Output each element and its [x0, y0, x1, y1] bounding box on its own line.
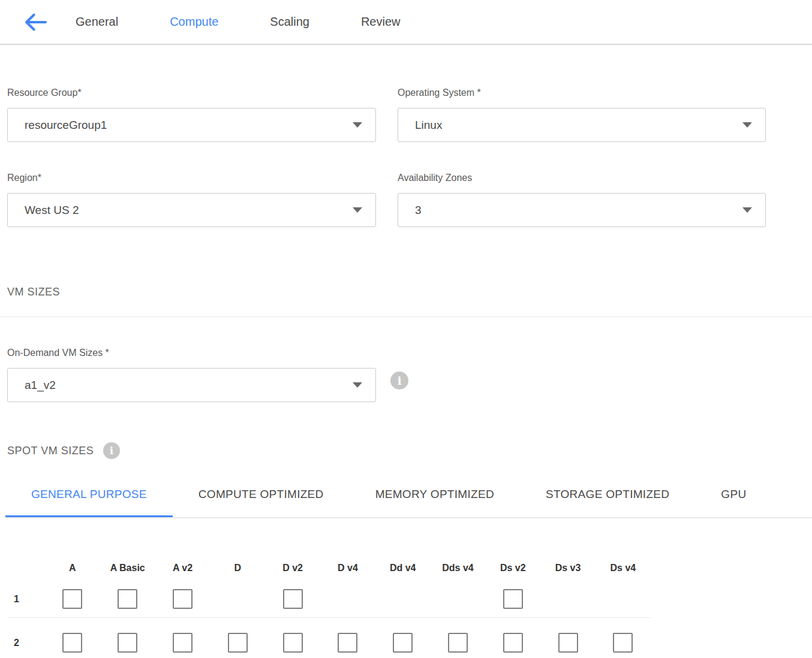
- vm-column-header-a-v2: A v2: [155, 562, 210, 574]
- vm-size-checkbox-dds-v4-row2[interactable]: [448, 633, 468, 653]
- spot-tab-general-purpose[interactable]: GENERAL PURPOSE: [5, 487, 173, 518]
- vm-sizes-heading: VM SIZES: [7, 285, 812, 298]
- vm-table-cell: [431, 633, 486, 653]
- vm-table-row-2: 2: [7, 618, 812, 658]
- on-demand-vm-sizes-select[interactable]: a1_v2: [7, 368, 376, 402]
- vm-size-checkbox-d-v4-row2[interactable]: [338, 633, 357, 653]
- spot-tab-storage-optimized[interactable]: STORAGE OPTIMIZED: [520, 487, 695, 518]
- vm-column-header-dd-v4: Dd v4: [375, 562, 431, 574]
- row-label: 2: [7, 638, 45, 648]
- select-value: 3: [415, 204, 422, 217]
- field-resource-group: Resource Group*resourceGroup1: [7, 87, 376, 142]
- select-value: a1_v2: [25, 379, 56, 392]
- vm-column-header-d-v4: D v4: [320, 562, 375, 574]
- vm-size-checkbox-d-row2[interactable]: [228, 633, 248, 653]
- compute-form: Resource Group*resourceGroup1Operating S…: [0, 87, 812, 658]
- on-demand-row: a1_v2 i: [7, 359, 812, 402]
- info-icon[interactable]: i: [390, 372, 408, 390]
- top-nav: GeneralComputeScalingReview: [0, 0, 812, 45]
- chevron-down-icon: [353, 122, 362, 128]
- back-button[interactable]: [23, 12, 48, 32]
- vm-size-checkbox-a-v2-row2[interactable]: [173, 633, 193, 653]
- spot-heading-label: SPOT VM SIZES: [7, 444, 94, 457]
- spot-vm-sizes-heading: SPOT VM SIZES i: [7, 442, 812, 459]
- field-label: Availability Zones: [398, 172, 766, 184]
- spot-tab-memory-optimized[interactable]: MEMORY OPTIMIZED: [350, 487, 520, 518]
- vm-table-cell: [100, 589, 155, 609]
- vm-table-cell: [100, 633, 155, 653]
- tab-compute[interactable]: Compute: [170, 15, 218, 29]
- vm-table-cell: [45, 633, 100, 653]
- chevron-down-icon: [353, 382, 362, 388]
- vm-table-cell: [485, 589, 540, 609]
- vm-column-header-ds-v3: Ds v3: [540, 562, 596, 574]
- vm-column-header-d: D: [210, 562, 265, 574]
- vm-table-cell: [265, 633, 320, 653]
- vm-column-header-ds-v2: Ds v2: [485, 562, 540, 574]
- info-glyph: i: [110, 444, 114, 457]
- field-label: Operating System *: [398, 87, 766, 99]
- field-operating-system: Operating System *Linux: [398, 87, 766, 142]
- vm-column-header-dds-v4: Dds v4: [431, 562, 486, 574]
- spot-tab-gpu[interactable]: GPU: [695, 487, 772, 518]
- vm-column-header-a-basic: A Basic: [100, 562, 155, 574]
- vm-table-cell: [155, 633, 210, 653]
- region-select[interactable]: West US 2: [7, 193, 376, 227]
- vm-table-cell: [540, 633, 596, 653]
- vm-size-checkbox-ds-v3-row2[interactable]: [558, 633, 578, 653]
- section-divider: [0, 316, 812, 317]
- vm-size-checkbox-ds-v2-row2[interactable]: [503, 633, 523, 653]
- info-glyph: i: [397, 374, 401, 387]
- availability-zones-select[interactable]: 3: [398, 193, 766, 227]
- vm-table-cell: [596, 633, 651, 653]
- chevron-down-icon: [353, 207, 362, 213]
- field-label: Region*: [7, 172, 376, 184]
- chevron-down-icon: [742, 122, 752, 128]
- select-value: West US 2: [25, 204, 79, 217]
- arrow-left-icon: [23, 12, 48, 32]
- vm-size-checkbox-d-v2-row2[interactable]: [283, 633, 303, 653]
- on-demand-label: On-Demand VM Sizes *: [7, 347, 812, 359]
- select-value: resourceGroup1: [25, 119, 107, 132]
- vm-size-checkbox-a-basic-row2[interactable]: [118, 633, 137, 653]
- form-row-2: Region*West US 2Availability Zones3: [7, 172, 812, 227]
- vm-table-cell: [375, 633, 431, 653]
- tab-review[interactable]: Review: [361, 15, 401, 29]
- info-icon[interactable]: i: [103, 442, 120, 459]
- vm-table-cell: [485, 633, 540, 653]
- field-label: Resource Group*: [7, 87, 376, 99]
- vm-table-row-1: 1: [7, 574, 812, 617]
- vm-table-cell: [320, 633, 375, 653]
- vm-table-cell: [155, 589, 210, 609]
- vm-table-cell: [265, 589, 320, 609]
- vm-size-checkbox-dd-v4-row2[interactable]: [393, 633, 413, 653]
- operating-system-select[interactable]: Linux: [398, 108, 766, 142]
- vm-size-checkbox-a-v2-row1[interactable]: [173, 589, 193, 609]
- select-value: Linux: [415, 119, 442, 132]
- field-region: Region*West US 2: [7, 172, 376, 227]
- tab-scaling[interactable]: Scaling: [270, 15, 309, 29]
- step-tabs: GeneralComputeScalingReview: [76, 15, 401, 29]
- tab-general[interactable]: General: [76, 15, 118, 29]
- vm-table-cell: [45, 589, 100, 609]
- spot-vm-size-table: AA BasicA v2DD v2D v4Dd v4Dds v4Ds v2Ds …: [7, 562, 812, 658]
- vm-column-header-ds-v4: Ds v4: [596, 562, 651, 574]
- vm-table-cell: [210, 633, 265, 653]
- vm-size-checkbox-a-row2[interactable]: [62, 633, 82, 653]
- row-label: 1: [7, 594, 45, 605]
- form-row-1: Resource Group*resourceGroup1Operating S…: [7, 87, 812, 142]
- vm-column-header-a: A: [45, 562, 100, 574]
- vm-size-checkbox-d-v2-row1[interactable]: [283, 589, 303, 609]
- vm-size-checkbox-a-row1[interactable]: [62, 589, 82, 609]
- field-availability-zones: Availability Zones3: [398, 172, 766, 227]
- vm-size-checkbox-a-basic-row1[interactable]: [118, 589, 137, 609]
- vm-column-header-d-v2: D v2: [265, 562, 320, 574]
- vm-table-header-row: AA BasicA v2DD v2D v4Dd v4Dds v4Ds v2Ds …: [7, 562, 812, 574]
- chevron-down-icon: [742, 207, 752, 213]
- vm-size-checkbox-ds-v2-row1[interactable]: [503, 589, 523, 609]
- vm-size-checkbox-ds-v4-row2[interactable]: [613, 633, 633, 653]
- spot-vm-category-tabs: GENERAL PURPOSECOMPUTE OPTIMIZEDMEMORY O…: [5, 487, 812, 518]
- spot-tab-compute-optimized[interactable]: COMPUTE OPTIMIZED: [173, 487, 350, 518]
- resource-group-select[interactable]: resourceGroup1: [7, 108, 376, 142]
